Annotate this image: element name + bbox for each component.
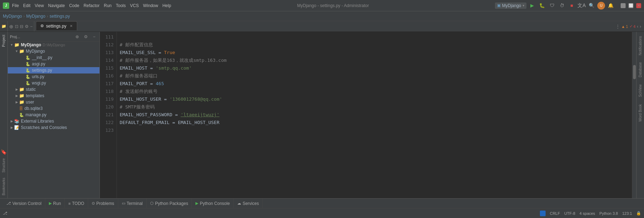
bottom-tab-pyconsole[interactable]: ▶ Python Console bbox=[192, 199, 234, 208]
sync-icon[interactable]: ⊕ bbox=[74, 34, 80, 40]
scratches-label: Scratches and Consoles bbox=[21, 125, 67, 130]
file-label-init: __init__.py bbox=[32, 55, 52, 60]
breadcrumb-item-2[interactable]: MyDjango bbox=[26, 14, 45, 19]
tree-item-static[interactable]: ▶ 📁 static bbox=[8, 86, 99, 93]
tree-settings-icon[interactable]: ⚙ bbox=[82, 34, 89, 40]
file-label-manage: manage.py bbox=[25, 112, 46, 117]
lock-icon[interactable]: 🔒 bbox=[636, 211, 641, 216]
bottom-tab-vcs[interactable]: ⎇ Version Control bbox=[3, 199, 45, 208]
collapse-icon[interactable]: ⊟ bbox=[20, 24, 23, 29]
todo-label: TODO bbox=[72, 201, 84, 206]
menu-window[interactable]: Window bbox=[143, 3, 158, 8]
menu-vcs[interactable]: VCS bbox=[130, 3, 139, 8]
tree-item-db[interactable]: 🗄 db.sqlite3 bbox=[8, 105, 99, 112]
settings-icon[interactable]: ⚙ bbox=[25, 24, 29, 29]
debug-button[interactable]: 🐛 bbox=[538, 2, 546, 10]
minimize-button[interactable]: — bbox=[621, 3, 626, 8]
profile-button[interactable]: ⏱ bbox=[558, 2, 566, 10]
stop-button[interactable]: ■ bbox=[568, 2, 576, 10]
tree-item-mydj[interactable]: ▼ 📁 MyDjango bbox=[8, 48, 99, 54]
menu-edit[interactable]: Edit bbox=[23, 3, 30, 8]
bookmarks-icon[interactable]: 🔖 bbox=[1, 149, 7, 155]
tree-root[interactable]: ▼ 📁 MyDjango D:\MyDjango bbox=[8, 42, 99, 48]
tab-settings-py[interactable]: ⚙ settings.py ✕ bbox=[36, 21, 77, 30]
run-tab-icon: ▶ bbox=[49, 201, 52, 206]
coverage-button[interactable]: 🛡 bbox=[548, 2, 556, 10]
py-file-icon-wsgi: 🐍 bbox=[25, 81, 30, 86]
bottom-tab-services[interactable]: ☁ Services bbox=[234, 199, 263, 208]
templates-arrow: ▶ bbox=[14, 94, 19, 98]
window-controls: — ⬜ ✕ bbox=[621, 3, 641, 8]
menu-help[interactable]: Help bbox=[163, 3, 171, 8]
editor-area[interactable]: 111 112 113 114 115 116 117 118 119 120 … bbox=[100, 32, 636, 198]
scroll-to-center-icon[interactable]: ⊡ bbox=[15, 24, 18, 29]
menu-bar[interactable]: File Edit View Navigate Code Refactor Ru… bbox=[12, 3, 171, 8]
project-panel-toggle[interactable]: 📁 bbox=[0, 21, 8, 31]
project-tab-label[interactable]: Project bbox=[2, 35, 6, 47]
menu-file[interactable]: File bbox=[12, 3, 19, 8]
indent-item[interactable]: 4 spaces bbox=[580, 211, 595, 216]
database-panel[interactable]: Database bbox=[638, 59, 643, 80]
tree-item-user[interactable]: ▶ 📁 user bbox=[8, 99, 99, 105]
menu-tools[interactable]: Tools bbox=[116, 3, 126, 8]
tree-close-icon[interactable]: − bbox=[91, 34, 97, 40]
menu-refactor[interactable]: Refactor bbox=[84, 3, 99, 8]
terminal-label: Terminal bbox=[127, 201, 143, 206]
user-icon[interactable]: U bbox=[597, 2, 605, 10]
new-folder-icon[interactable]: ⊕ bbox=[9, 24, 13, 29]
notifications-panel[interactable]: Notifications bbox=[638, 33, 643, 58]
breadcrumb-item-3[interactable]: settings.py bbox=[50, 14, 70, 19]
sciview-panel[interactable]: SciView bbox=[638, 82, 643, 100]
bottom-tab-run[interactable]: ▶ Run bbox=[45, 199, 65, 208]
error-icon: ✓ bbox=[629, 24, 633, 29]
tree-item-extlib[interactable]: ▶ 📚 External Libraries bbox=[8, 118, 99, 124]
menu-code[interactable]: Code bbox=[69, 3, 79, 8]
close-panel-icon[interactable]: − bbox=[30, 24, 33, 29]
bottom-tab-todo[interactable]: ≡ TODO bbox=[65, 199, 88, 208]
menu-view[interactable]: View bbox=[35, 3, 44, 8]
notifications-icon[interactable]: 🔔 bbox=[606, 2, 615, 10]
tab-close-icon[interactable]: ✕ bbox=[70, 24, 73, 28]
tree-item-urls[interactable]: 🐍 urls.py bbox=[8, 73, 99, 80]
breadcrumb-item-1[interactable]: MyDjango bbox=[3, 14, 22, 19]
maximize-button[interactable]: ⬜ bbox=[628, 3, 633, 8]
git-icon-status[interactable]: ⎇ bbox=[3, 211, 7, 216]
menu-navigate[interactable]: Navigate bbox=[48, 3, 65, 8]
code-line-119: EMAIL_HOST_USER = '1360012768@qq.com' bbox=[120, 95, 629, 103]
wordbook-panel[interactable]: Word Book bbox=[638, 101, 643, 124]
code-editor[interactable]: # 邮件配置信息 EMAIL_USE_SSL = True # 邮件服务器，如果… bbox=[117, 32, 632, 198]
search-everywhere-button[interactable]: 🔍 bbox=[587, 2, 596, 10]
lang-item[interactable]: Python 3.8 bbox=[599, 211, 618, 216]
menu-run[interactable]: Run bbox=[104, 3, 112, 8]
static-folder-icon: 📁 bbox=[19, 87, 24, 92]
right-panel-bar: Notifications Database SciView Word Book bbox=[636, 32, 644, 198]
run-config-dropdown[interactable]: ▣ MyDjango ▾ bbox=[495, 2, 526, 9]
close-button[interactable]: ✕ bbox=[636, 3, 641, 8]
run-button[interactable]: ▶ bbox=[528, 2, 536, 10]
tree-item-init[interactable]: 🐍 __init__.py bbox=[8, 54, 99, 61]
nav-prev-icon[interactable]: ‹ bbox=[637, 24, 638, 29]
tree-item-manage[interactable]: 🐍 manage.py bbox=[8, 112, 99, 118]
encoding-item[interactable]: UTF-8 bbox=[564, 211, 575, 216]
translate-button[interactable]: 文A bbox=[577, 2, 586, 10]
position-item[interactable]: 123:1 bbox=[622, 211, 632, 216]
pyconsole-label: Python Console bbox=[200, 201, 230, 206]
bottom-tab-terminal[interactable]: ▭ Terminal bbox=[118, 199, 147, 208]
line-ending-item[interactable]: CRLF bbox=[550, 211, 560, 216]
editor-options-icon[interactable]: ⋮ bbox=[616, 24, 620, 29]
nav-next-icon[interactable]: › bbox=[640, 24, 641, 29]
structure-tab-label[interactable]: Structure bbox=[2, 158, 6, 173]
tree-toolbar: Proj... ⊕ ⚙ − bbox=[8, 32, 99, 42]
tree-item-scratches[interactable]: ▶ 📝 Scratches and Consoles bbox=[8, 124, 99, 131]
templates-folder-icon: 📁 bbox=[19, 93, 24, 98]
bottom-tab-pypackages[interactable]: ⬡ Python Packages bbox=[147, 199, 192, 208]
tree-item-wsgi[interactable]: 🐍 wsgi.py bbox=[8, 80, 99, 86]
tree-item-asgi[interactable]: 🐍 asgi.py bbox=[8, 61, 99, 67]
bottom-tab-problems[interactable]: ⊙ Problems bbox=[88, 199, 118, 208]
tree-item-templates[interactable]: ▶ 📁 templates bbox=[8, 93, 99, 99]
bookmarks-tab-label[interactable]: Bookmarks bbox=[2, 178, 6, 195]
scrollbar-thumb[interactable] bbox=[633, 65, 636, 79]
terminal-icon: ▭ bbox=[122, 201, 125, 206]
tree-item-settings[interactable]: 🐍 settings.py bbox=[8, 67, 99, 73]
editor-scrollbar[interactable] bbox=[632, 32, 636, 198]
